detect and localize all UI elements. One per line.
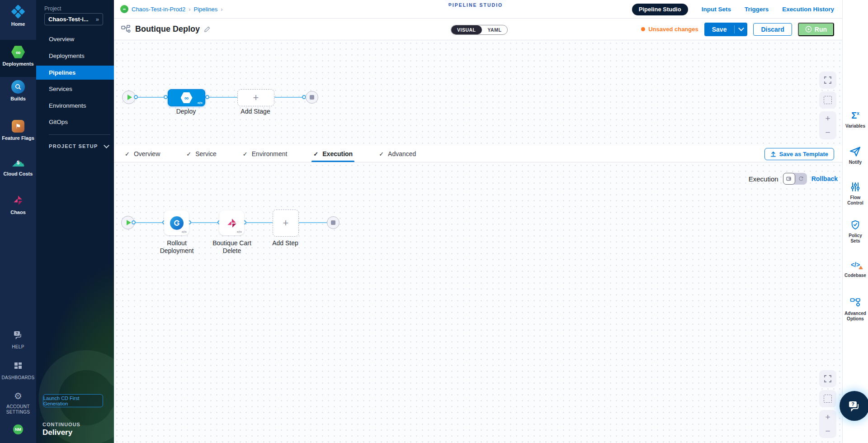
gear-icon: ⚙ [11, 389, 25, 403]
play-icon [127, 220, 131, 225]
execution-mode-label: Execution [749, 175, 778, 183]
project-setup-toggle[interactable]: PROJECT SETUP [49, 143, 108, 149]
sidebar-item-services[interactable]: Services [36, 82, 114, 96]
pipeline-studio-app: Home ∞ Deployments Builds ⚑ Feature Flag… [0, 0, 868, 443]
builds-icon [11, 80, 25, 94]
rail-item-codebase[interactable]: </> Codebase [843, 258, 868, 278]
fullscreen-button[interactable] [819, 370, 836, 387]
zoom-in-button[interactable]: + [825, 414, 830, 421]
chaos-icon [11, 194, 25, 207]
tab-execution[interactable]: ✓ Execution [311, 146, 354, 162]
zoom-in-button[interactable]: + [825, 115, 830, 122]
policy-sets-icon [843, 218, 868, 232]
stop-icon [310, 95, 314, 100]
rail-item-policy-sets[interactable]: Policy Sets [843, 218, 868, 244]
sidebar-item-gitops[interactable]: GitOps [36, 115, 114, 129]
add-stage-button[interactable]: + [237, 89, 274, 106]
pipeline-title-group: Boutique Deploy [121, 19, 211, 40]
fullscreen-button[interactable] [819, 71, 836, 89]
sidebar-item-feature-flags[interactable]: ⚑ Feature Flags [0, 119, 36, 141]
breadcrumb: ∞ Chaos-Test-in-Prod2 › Pipelines › [120, 0, 223, 18]
stage-node-deploy[interactable]: ∞ </> [168, 89, 205, 106]
stage-canvas[interactable]: ∞ </> Deploy + Add Stage + − [114, 40, 842, 146]
save-button[interactable]: Save [704, 26, 735, 33]
zoom-out-button[interactable]: − [825, 129, 830, 136]
toggle-visual[interactable]: VISUAL [451, 25, 482, 34]
sidebar-item-builds[interactable]: Builds [0, 80, 36, 101]
sidebar-item-account-settings[interactable]: ⚙ ACCOUNT SETTINGS [0, 389, 36, 415]
pipeline-end-node [306, 91, 318, 104]
module-nav: Home ∞ Deployments Builds ⚑ Feature Flag… [0, 0, 36, 443]
user-avatar[interactable]: NM [0, 424, 36, 434]
chevron-down-icon [104, 143, 109, 148]
step-node-boutique-cart-delete[interactable]: </> [219, 210, 244, 235]
rail-item-flow-control[interactable]: Flow Control [843, 180, 868, 206]
help-icon: ? [11, 329, 25, 342]
tab-triggers[interactable]: Triggers [745, 6, 769, 13]
zoom-out-button[interactable]: − [825, 428, 830, 435]
launch-cd-first-gen-button[interactable]: Launch CD First Generation [43, 394, 103, 407]
rail-item-variables[interactable]: Σx Variables [843, 109, 868, 129]
save-as-template-button[interactable]: Save as Template [764, 148, 834, 160]
fit-to-view-button[interactable] [819, 390, 836, 407]
rail-item-notify[interactable]: Notify [843, 145, 868, 165]
execution-end-node [327, 216, 340, 229]
sidebar-item-overview[interactable]: Overview [36, 32, 114, 46]
check-icon: ✓ [313, 151, 318, 157]
sidebar-item-deployments-sub[interactable]: Deployments [36, 49, 114, 63]
execution-canvas[interactable]: Execution Rollback </> [114, 162, 842, 443]
tab-advanced[interactable]: ✓ Advanced [377, 146, 418, 162]
chevron-down-icon [738, 25, 744, 31]
project-section-label: Project [44, 5, 61, 12]
check-icon: ✓ [243, 151, 248, 157]
plus-icon: + [283, 219, 289, 228]
breadcrumb-project-link[interactable]: Chaos-Test-in-Prod2 [132, 6, 185, 13]
sidebar-item-dashboards[interactable]: DASHBOARDS [0, 359, 36, 381]
help-chat-widget[interactable]: ? [840, 391, 868, 421]
pipeline-icon [121, 25, 131, 34]
sidebar-item-deployments[interactable]: ∞ Deployments [0, 45, 36, 67]
tab-input-sets[interactable]: Input Sets [702, 6, 731, 13]
tab-execution-history[interactable]: Execution History [782, 6, 834, 13]
tab-overview[interactable]: ✓ Overview [123, 146, 162, 162]
execution-view-button[interactable] [783, 173, 795, 185]
sidebar-item-pipelines[interactable]: Pipelines [36, 66, 114, 80]
sidebar-item-home[interactable]: Home [0, 5, 36, 27]
toggle-yaml[interactable]: YAML [482, 25, 508, 34]
sidebar-item-cloud-costs[interactable]: ☁$ Cloud Costs [0, 155, 36, 176]
sidebar-item-chaos[interactable]: Chaos [0, 194, 36, 215]
run-button[interactable]: Run [798, 23, 834, 36]
codebase-icon: </> [843, 258, 868, 272]
save-split-button: Save [704, 23, 748, 36]
tab-service[interactable]: ✓ Service [184, 146, 218, 162]
step-node-rollout-deployment[interactable]: </> [164, 210, 189, 235]
connector-dot [164, 95, 168, 99]
run-play-icon [805, 26, 812, 33]
execution-mode-row: Execution Rollback [749, 173, 838, 185]
sidebar-item-environments[interactable]: Environments [36, 99, 114, 113]
chevron-right-icon: › [189, 6, 190, 13]
rollback-view-button[interactable] [795, 176, 807, 181]
tab-environment[interactable]: ✓ Environment [241, 146, 289, 162]
chaos-step-icon [226, 217, 238, 229]
discard-button[interactable]: Discard [753, 23, 792, 36]
edit-icon[interactable] [204, 26, 211, 33]
rollback-link[interactable]: Rollback [811, 175, 838, 182]
save-options-dropdown[interactable] [735, 23, 747, 36]
variables-icon: Σx [843, 109, 868, 122]
project-selector[interactable]: Chaos-Test-i... » [44, 13, 103, 25]
home-icon [11, 5, 25, 19]
breadcrumb-pipelines-link[interactable]: Pipelines [194, 6, 218, 13]
fit-view-icon [824, 395, 832, 403]
tab-pipeline-studio[interactable]: Pipeline Studio [632, 4, 688, 15]
check-icon: ✓ [186, 151, 191, 157]
add-step-button[interactable]: + [273, 210, 299, 237]
fit-to-view-button[interactable] [819, 91, 836, 109]
sidebar-item-help[interactable]: ? HELP [0, 329, 36, 350]
flow-control-icon [843, 180, 868, 194]
cd-module-icon: ∞ [120, 5, 128, 13]
fullscreen-icon [824, 76, 831, 84]
rail-item-advanced-options[interactable]: Advanced Options [843, 296, 868, 322]
deployments-icon: ∞ [11, 45, 25, 59]
module-footer-line2: Delivery [42, 428, 72, 437]
